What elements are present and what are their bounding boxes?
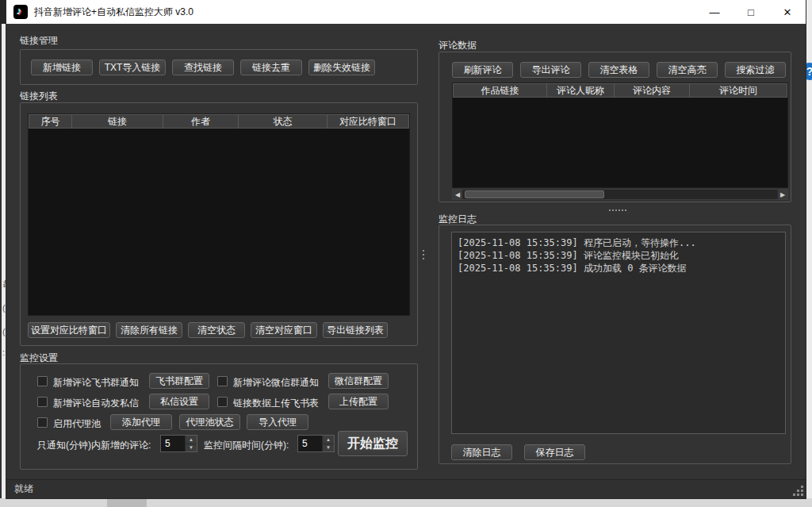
clear-window-button[interactable]: 清空对应窗口 [251,322,317,338]
col-bit-window[interactable]: 对应比特窗口 [327,114,409,129]
app-window: ♪ 抖音新增评论+自动私信监控大师 v3.0 — □ ✕ 链接管理 新增链接 T… [6,0,806,498]
proxy-pool-label: 启用代理池 [53,417,101,431]
wechat-notify-checkbox[interactable] [217,376,228,386]
refresh-comments-button[interactable]: 刷新评论 [452,62,513,78]
spinner-up-icon[interactable]: ▲ [322,436,334,444]
notify-window-label: 只通知(分钟)内新增的评论: [37,439,151,452]
wechat-notify-label: 新增评论微信群通知 [233,376,319,390]
col-author[interactable]: 作者 [163,114,239,129]
link-list-label: 链接列表 [20,90,58,103]
clear-log-button[interactable]: 清除日志 [451,444,512,460]
main-content: 链接管理 新增链接 TXT导入链接 查找链接 链接去重 删除失效链接 链接列表 … [6,24,806,479]
proxy-status-button[interactable]: 代理池状态 [179,414,240,430]
feishu-notify-checkbox[interactable] [37,376,48,386]
auto-dm-checkbox[interactable] [37,397,48,407]
dedupe-link-button[interactable]: 链接去重 [240,60,302,75]
douyin-logo-icon: ♪ [13,5,28,19]
comment-data-box: 刷新评论 导出评论 清空表格 清空高亮 搜索过滤 作品链接 评论人昵称 评论内容… [439,52,791,202]
spinner-down-icon[interactable]: ▼ [185,444,197,452]
upload-config-button[interactable]: 上传配置 [328,394,389,409]
feishu-config-button[interactable]: 飞书群配置 [149,373,209,389]
scroll-left-icon[interactable]: ◀ [453,190,463,199]
monitor-log-box: [2025-11-08 15:35:39] 程序已启动，等待操作... [202… [439,225,791,464]
log-line: [2025-11-08 15:35:39] 程序已启动，等待操作... [458,236,779,249]
comment-table-header: 作品链接 评论人昵称 评论内容 评论时间 [453,83,787,98]
close-button[interactable]: ✕ [769,0,806,24]
col-comment-content[interactable]: 评论内容 [615,83,690,98]
dm-settings-button[interactable]: 私信设置 [149,394,209,409]
set-bit-window-button[interactable]: 设置对应比特窗口 [28,322,110,338]
feishu-notify-label: 新增评论飞书群通知 [53,376,139,390]
link-management-label: 链接管理 [20,34,58,48]
link-table: 序号 链接 作者 状态 对应比特窗口 [28,113,410,316]
titlebar: ♪ 抖音新增评论+自动私信监控大师 v3.0 — □ ✕ [6,0,806,24]
wechat-config-button[interactable]: 微信群配置 [328,373,389,389]
background-dark-edge [0,0,6,24]
scrollbar-thumb[interactable] [465,190,604,198]
status-bar: 就绪 [6,479,806,498]
clear-table-button[interactable]: 清空表格 [588,62,649,78]
maximize-button[interactable]: □ [733,0,769,24]
status-text: 就绪 [14,482,33,496]
spinner-up-icon[interactable]: ▲ [185,436,197,444]
horizontal-splitter[interactable] [609,209,626,211]
interval-label: 监控间隔时间(分钟): [204,439,289,452]
notify-minutes-value[interactable]: 5 [161,436,185,451]
link-management-box: 新增链接 TXT导入链接 查找链接 链接去重 删除失效链接 [20,49,418,85]
background-scrollbar-fragment [107,499,147,507]
col-work-link[interactable]: 作品链接 [453,83,547,98]
comment-table-hscrollbar[interactable]: ◀ ▶ [452,189,788,200]
save-log-button[interactable]: 保存日志 [524,444,585,460]
comment-table: 作品链接 评论人昵称 评论内容 评论时间 [452,83,788,188]
txt-import-link-button[interactable]: TXT导入链接 [99,60,166,75]
monitor-settings-box: 新增评论飞书群通知 飞书群配置 新增评论微信群通知 微信群配置 新增评论自动发私… [20,363,418,470]
scroll-right-icon[interactable]: ▶ [777,190,787,199]
upload-feishu-checkbox[interactable] [217,397,228,407]
screen: { "window": { "title": "抖音新增评论+自动私信监控大师 … [0,0,812,507]
find-link-button[interactable]: 查找链接 [172,60,234,75]
clear-highlight-button[interactable]: 清空高亮 [657,62,718,78]
comment-table-body[interactable] [453,98,787,187]
export-comments-button[interactable]: 导出评论 [520,62,581,78]
import-proxy-button[interactable]: 导入代理 [247,414,308,430]
proxy-pool-checkbox[interactable] [37,417,48,428]
auto-dm-label: 新增评论自动发私信 [53,397,139,410]
link-table-body[interactable] [29,129,409,315]
interval-minutes-value[interactable]: 5 [298,436,322,451]
interval-minutes-spinner[interactable]: 5 ▲ ▼ [297,435,335,452]
export-link-list-button[interactable]: 导出链接列表 [323,322,388,338]
window-title: 抖音新增评论+自动私信监控大师 v3.0 [34,6,193,19]
link-list-box: 序号 链接 作者 状态 对应比特窗口 设置对应比特窗口 清除所有链接 清空状态 … [20,102,418,346]
log-line: [2025-11-08 15:35:39] 成功加载 0 条评论数据 [458,262,779,275]
notify-minutes-spinner[interactable]: 5 ▲ ▼ [160,435,197,452]
log-output[interactable]: [2025-11-08 15:35:39] 程序已启动，等待操作... [202… [451,232,786,434]
background-window-left: 盘 (: (: : [0,0,6,507]
minimize-button[interactable]: — [696,0,733,24]
col-seq-no[interactable]: 序号 [29,114,72,129]
upload-feishu-label: 链接数据上传飞书表 [233,397,319,410]
add-link-button[interactable]: 新增链接 [31,60,93,75]
vertical-splitter[interactable] [423,250,424,259]
resize-grip[interactable] [792,485,803,496]
search-filter-button[interactable]: 搜索过滤 [725,62,786,78]
comment-data-label: 评论数据 [439,39,477,52]
log-line: [2025-11-08 15:35:39] 评论监控模块已初始化 [458,249,779,262]
clear-all-links-button[interactable]: 清除所有链接 [116,322,182,338]
col-status[interactable]: 状态 [239,114,327,129]
link-table-header: 序号 链接 作者 状态 对应比特窗口 [29,114,409,129]
col-link[interactable]: 链接 [72,114,163,129]
add-proxy-button[interactable]: 添加代理 [110,414,172,430]
delete-invalid-link-button[interactable]: 删除失效链接 [308,60,375,75]
spinner-down-icon[interactable]: ▼ [322,444,334,452]
start-monitoring-button[interactable]: 开始监控 [338,431,408,456]
clear-status-button[interactable]: 清空状态 [188,322,245,338]
col-commenter[interactable]: 评论人昵称 [547,83,615,98]
col-comment-time[interactable]: 评论时间 [690,83,787,98]
